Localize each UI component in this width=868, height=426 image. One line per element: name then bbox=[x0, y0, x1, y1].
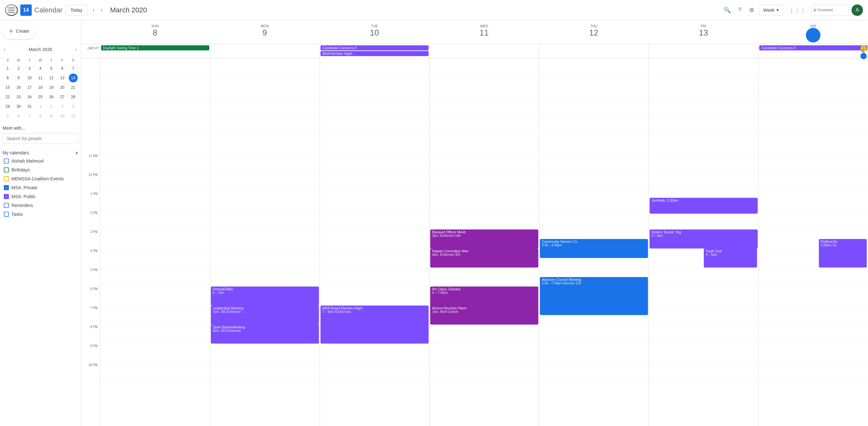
prev-arrow[interactable]: ‹ bbox=[90, 5, 97, 16]
allday-sat: Candidate Concerns F ! ✎ bbox=[758, 44, 868, 58]
calendar-event[interactable]: Sisters' Social: Yog3 – 4pm bbox=[650, 230, 758, 248]
mini-cal-day[interactable]: 5 bbox=[3, 112, 12, 120]
calendar-event[interactable]: Open Board Meeting8pm, 350 Eshleman bbox=[211, 325, 319, 343]
edit-icon[interactable]: ✎ bbox=[861, 49, 865, 56]
calendar-event[interactable]: Advisory Council Meeting5:30 – 7:30pm Ba… bbox=[540, 277, 648, 315]
hamburger-button[interactable] bbox=[5, 4, 18, 16]
mini-cal-day[interactable]: 9 bbox=[14, 73, 23, 83]
calendar-item[interactable]: MEMSSA Coalition Events bbox=[3, 174, 78, 183]
mini-cal-day[interactable]: 28 bbox=[69, 93, 78, 101]
calendar-event[interactable]: Community Service Co3:30 – 4:30pm bbox=[540, 239, 648, 258]
mini-cal-day[interactable]: 14 bbox=[69, 73, 78, 83]
next-arrow[interactable]: › bbox=[98, 5, 105, 16]
mini-cal-day[interactable]: 13 bbox=[58, 73, 67, 83]
calendar-item[interactable]: MSA: Private bbox=[3, 183, 78, 192]
mini-cal-day[interactable]: 19 bbox=[47, 83, 56, 92]
mini-cal-day[interactable]: 6 bbox=[58, 64, 67, 73]
mini-cal-day[interactable]: 12 bbox=[47, 73, 56, 83]
event-subtitle: 3:30pm, Es bbox=[821, 243, 865, 247]
mini-cal-next[interactable]: › bbox=[74, 45, 78, 53]
mini-cal-day[interactable]: 5 bbox=[47, 64, 56, 73]
help-button[interactable]: ? bbox=[736, 4, 744, 16]
mini-cal-day[interactable]: 27 bbox=[58, 93, 67, 101]
mini-cal-day[interactable]: 4 bbox=[69, 102, 78, 111]
mini-cal-day[interactable]: 16 bbox=[14, 83, 23, 92]
mini-cal-day[interactable]: 10 bbox=[58, 112, 67, 120]
mini-cal-day[interactable]: 1 bbox=[36, 102, 45, 111]
calendar-item[interactable]: Tasks bbox=[3, 210, 78, 219]
mini-cal-prev[interactable]: ‹ bbox=[3, 45, 7, 53]
search-people-input[interactable] bbox=[3, 133, 78, 144]
calendar-checkbox[interactable] bbox=[4, 203, 9, 208]
calendar-event[interactable]: Alumni Reunion Plann7pm, MSA Cubicle bbox=[430, 306, 538, 325]
mini-cal-day[interactable]: 20 bbox=[58, 83, 67, 92]
hour-line bbox=[758, 96, 868, 115]
mini-cal-day[interactable]: 31 bbox=[25, 102, 34, 111]
calendar-event[interactable]: Jummah, 1:20pm bbox=[650, 198, 758, 214]
allday-event-msa-election[interactable]: MSA Election Night bbox=[320, 51, 429, 56]
calendar-event[interactable]: Banquet Officer Meeti3pm, Eshleman Hall bbox=[430, 230, 538, 248]
mini-cal-day[interactable]: 2 bbox=[47, 102, 56, 111]
mini-cal-day[interactable]: 2 bbox=[14, 64, 23, 73]
mini-cal-day[interactable]: 11 bbox=[36, 73, 45, 83]
calendar-checkbox[interactable] bbox=[4, 158, 9, 163]
mini-cal-day[interactable]: 29 bbox=[3, 102, 12, 111]
meet-section: Meet with... bbox=[3, 125, 78, 144]
mini-cal-day[interactable]: 8 bbox=[3, 73, 12, 83]
mini-cal-day[interactable]: 6 bbox=[14, 112, 23, 120]
allday-event-candidate-sat[interactable]: Candidate Concerns F bbox=[759, 45, 867, 51]
calendar-checkbox[interactable] bbox=[4, 168, 9, 173]
calendar-checkbox[interactable] bbox=[4, 185, 9, 190]
mini-cal-day[interactable]: 18 bbox=[36, 83, 45, 92]
mini-cal-day[interactable]: 21 bbox=[69, 83, 78, 92]
profile-avatar[interactable]: A bbox=[851, 4, 863, 16]
mini-cal-day[interactable]: 1 bbox=[3, 64, 12, 73]
mini-cal-day[interactable]: 8 bbox=[36, 112, 45, 120]
mini-cal-day[interactable]: 4 bbox=[36, 64, 45, 73]
calendar-event[interactable]: MSA Board Election Night7 – 9pm 60 Barro… bbox=[320, 306, 429, 343]
mini-cal-day[interactable]: 10 bbox=[25, 73, 34, 83]
hour-line bbox=[430, 77, 539, 96]
hour-line bbox=[430, 325, 539, 343]
mini-cal-day[interactable]: 24 bbox=[25, 93, 34, 101]
mini-cal-day[interactable]: 30 bbox=[14, 102, 23, 111]
calendar-event[interactable]: Leadership Meeting7pm, 350 Eshleman bbox=[211, 306, 319, 325]
mini-cal-day[interactable]: 23 bbox=[14, 93, 23, 101]
calendar-event[interactable]: UmmahTalks6 – 7pm bbox=[211, 286, 319, 306]
calendar-item[interactable]: MSA: Public bbox=[3, 192, 78, 201]
calendar-item[interactable]: Reminders bbox=[3, 201, 78, 210]
mini-cal-day[interactable]: 7 bbox=[25, 112, 34, 120]
mini-cal-day[interactable]: 3 bbox=[58, 102, 67, 111]
calendar-checkbox[interactable] bbox=[4, 194, 9, 199]
mini-cal-day[interactable]: 17 bbox=[25, 83, 34, 92]
mini-cal-day[interactable]: 25 bbox=[36, 93, 45, 101]
view-selector[interactable]: Week ▼ bbox=[759, 5, 784, 16]
calendar-event[interactable]: Youth Outr4 – 5pm bbox=[704, 248, 757, 268]
today-button[interactable]: Today bbox=[65, 5, 88, 16]
calendar-checkbox[interactable] bbox=[4, 212, 9, 217]
mini-cal-day[interactable]: 3 bbox=[25, 64, 34, 73]
allday-event-dst[interactable]: Daylight Saving Time s bbox=[101, 45, 209, 51]
settings-button[interactable]: ⚙ bbox=[747, 4, 757, 16]
calendar-checkbox[interactable] bbox=[4, 176, 9, 181]
my-calendars-header[interactable]: My calendars ∧ bbox=[3, 149, 78, 157]
mini-cal-day[interactable]: 26 bbox=[47, 93, 56, 101]
event-title: Leadership Meeting bbox=[213, 306, 317, 310]
apps-button[interactable]: ⋮⋮⋮ bbox=[786, 4, 808, 16]
calendar-item[interactable]: Aishah Mahmud bbox=[3, 157, 78, 165]
calendar-event[interactable]: Political Ac3:30pm, Es bbox=[819, 239, 867, 268]
allday-event-candidate-tue[interactable]: Candidate Concerns F bbox=[320, 45, 429, 51]
mini-cal-day[interactable]: 15 bbox=[3, 83, 12, 92]
app-logo[interactable]: 14 Calendar bbox=[20, 4, 62, 16]
mini-cal-day[interactable]: 7 bbox=[69, 64, 78, 73]
hour-line bbox=[758, 210, 868, 230]
create-button[interactable]: + Create bbox=[3, 23, 35, 39]
mini-cal-day[interactable]: 22 bbox=[3, 93, 12, 101]
mini-cal-day[interactable]: 11 bbox=[69, 112, 78, 120]
search-button[interactable]: 🔍 bbox=[721, 4, 733, 16]
mini-cal-day[interactable]: 9 bbox=[47, 112, 56, 120]
day-sat: SAT 14 bbox=[758, 23, 868, 44]
calendar-event[interactable]: Dawah Committee Mee4pm, Eshleman 350 bbox=[430, 248, 538, 268]
calendar-item[interactable]: Birthdays bbox=[3, 165, 78, 174]
hour-line bbox=[100, 77, 210, 96]
